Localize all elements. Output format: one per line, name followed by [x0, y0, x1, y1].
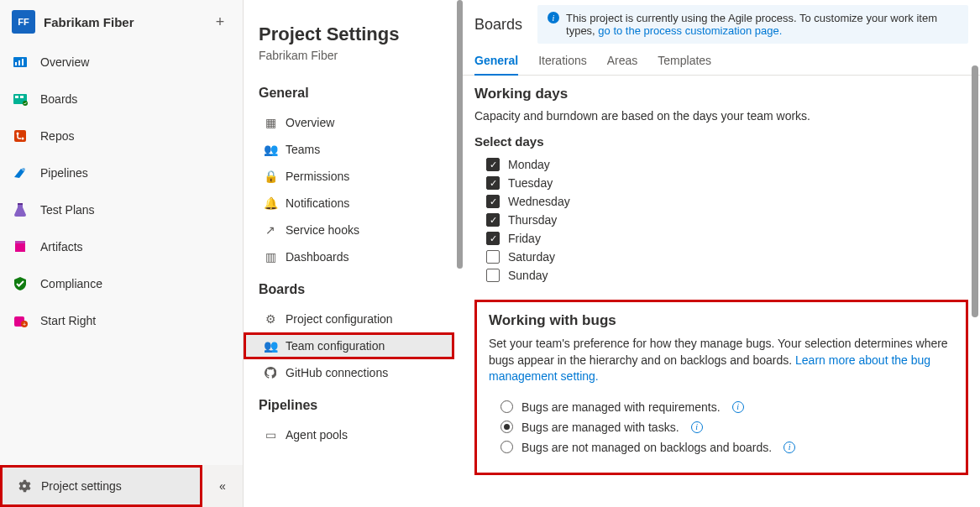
collapse-sidebar-button[interactable]: «	[202, 465, 243, 507]
day-row-sunday: Sunday	[474, 266, 968, 285]
settings-group-title: Boards	[259, 282, 454, 297]
left-sidebar: FF Fabrikam Fiber + OverviewBoardsReposP…	[0, 0, 244, 507]
nav-label: Compliance	[40, 277, 102, 290]
svg-point-10	[22, 138, 24, 140]
project-tile: FF	[12, 10, 35, 34]
notifications-icon: 🔔	[264, 196, 277, 210]
bug-option-0: Bugs are managed with requirements.	[489, 397, 954, 417]
tab-general[interactable]: General	[474, 54, 518, 76]
day-label: Wednesday	[508, 195, 570, 208]
settings-item-permissions[interactable]: 🔒Permissions	[259, 163, 454, 190]
info-icon[interactable]	[783, 442, 795, 453]
info-icon[interactable]	[732, 401, 744, 413]
nav-label: Start Right	[40, 314, 96, 327]
checkbox-tuesday[interactable]	[486, 176, 500, 190]
bug-option-label: Bugs are managed with tasks.	[521, 421, 679, 434]
settings-item-label: GitHub connections	[286, 366, 388, 379]
tab-iterations[interactable]: Iterations	[538, 54, 587, 75]
tab-templates[interactable]: Templates	[658, 54, 711, 75]
settings-item-label: Service hooks	[286, 223, 359, 237]
bug-option-label: Bugs are managed with requirements.	[521, 400, 721, 414]
checkbox-monday[interactable]	[486, 158, 500, 171]
settings-panel: Project Settings Fabrikam Fiber General▦…	[244, 0, 463, 507]
nav-compliance[interactable]: Compliance	[0, 265, 243, 302]
svg-rect-1	[15, 62, 17, 65]
day-row-tuesday: Tuesday	[474, 174, 968, 192]
settings-item-agent-pools[interactable]: ▭Agent pools	[259, 421, 454, 448]
settings-item-service-hooks[interactable]: ↗Service hooks	[259, 217, 454, 243]
day-row-friday: Friday	[474, 229, 968, 248]
overview-icon	[12, 54, 29, 71]
day-label: Thursday	[508, 213, 557, 227]
svg-rect-8	[14, 130, 26, 142]
project-header: FF Fabrikam Fiber +	[0, 0, 243, 44]
working-days-desc: Capacity and burndown are based on the d…	[474, 109, 968, 123]
add-button[interactable]: +	[209, 11, 231, 33]
select-days-label: Select days	[474, 134, 968, 149]
settings-item-label: Notifications	[286, 196, 349, 210]
svg-point-11	[22, 168, 25, 171]
nav-start-right[interactable]: +Start Right	[0, 302, 243, 339]
info-icon[interactable]	[691, 421, 703, 433]
checkbox-friday[interactable]	[486, 232, 500, 245]
nav-pipelines[interactable]: Pipelines	[0, 154, 243, 191]
settings-item-project-configuration[interactable]: ⚙Project configuration	[259, 306, 454, 332]
day-row-monday: Monday	[474, 155, 968, 174]
checkbox-sunday[interactable]	[486, 269, 500, 282]
nav-label: Repos	[40, 129, 74, 143]
settings-item-team-configuration[interactable]: 👥Team configuration	[244, 332, 454, 359]
nav-test-plans[interactable]: Test Plans	[0, 191, 243, 228]
checkbox-saturday[interactable]	[486, 250, 500, 264]
projectconfig-icon: ⚙	[264, 312, 277, 326]
bugs-title: Working with bugs	[489, 312, 954, 329]
settings-item-dashboards[interactable]: ▥Dashboards	[259, 243, 454, 270]
permissions-icon: 🔒	[264, 170, 277, 183]
info-icon: i	[548, 12, 559, 37]
svg-rect-13	[15, 243, 25, 252]
project-settings-button[interactable]: Project settings	[0, 465, 202, 507]
nav-boards[interactable]: Boards	[0, 81, 243, 118]
checkbox-wednesday[interactable]	[486, 195, 500, 208]
settings-group-title: Pipelines	[259, 398, 454, 413]
radio-bug-option-2[interactable]	[500, 441, 513, 453]
checkbox-thursday[interactable]	[486, 213, 500, 227]
servicehooks-icon: ↗	[264, 223, 277, 237]
settings-item-teams[interactable]: 👥Teams	[259, 136, 454, 163]
day-row-wednesday: Wednesday	[474, 192, 968, 211]
settings-title: Project Settings	[259, 24, 454, 45]
project-name[interactable]: Fabrikam Fiber	[44, 15, 201, 29]
day-row-saturday: Saturday	[474, 248, 968, 266]
content-title: Boards	[474, 16, 522, 34]
repos-icon	[12, 128, 29, 144]
settings-item-label: Project configuration	[286, 312, 393, 326]
radio-bug-option-1[interactable]	[500, 421, 513, 433]
svg-rect-3	[22, 59, 24, 65]
settings-item-label: Agent pools	[286, 428, 348, 442]
banner-link[interactable]: go to the process customization page.	[598, 24, 782, 37]
settings-subtitle: Fabrikam Fiber	[259, 49, 454, 62]
settings-item-notifications[interactable]: 🔔Notifications	[259, 190, 454, 217]
dashboards-icon: ▥	[264, 250, 277, 264]
radio-bug-option-0[interactable]	[500, 400, 513, 413]
nav-label: Boards	[40, 92, 77, 106]
nav-label: Pipelines	[40, 166, 88, 180]
svg-rect-12	[18, 203, 23, 205]
artifacts-icon	[12, 238, 29, 255]
nav-repos[interactable]: Repos	[0, 118, 243, 154]
testplans-icon	[12, 201, 29, 218]
bug-option-2: Bugs are not managed on backlogs and boa…	[489, 437, 954, 457]
teams-icon: 👥	[264, 143, 277, 156]
tab-areas[interactable]: Areas	[607, 54, 638, 75]
nav-overview[interactable]: Overview	[0, 44, 243, 81]
day-label: Saturday	[508, 250, 555, 264]
settings-item-label: Permissions	[286, 170, 349, 183]
settings-item-github-connections[interactable]: GitHub connections	[259, 359, 454, 386]
svg-text:i: i	[553, 13, 555, 23]
settings-item-overview[interactable]: ▦Overview	[259, 109, 454, 136]
working-days-title: Working days	[474, 86, 968, 102]
nav-artifacts[interactable]: Artifacts	[0, 228, 243, 265]
pipelines-icon	[12, 165, 29, 181]
nav-label: Artifacts	[40, 240, 83, 254]
day-row-thursday: Thursday	[474, 211, 968, 229]
info-banner: i This project is currently using the Ag…	[537, 5, 968, 44]
